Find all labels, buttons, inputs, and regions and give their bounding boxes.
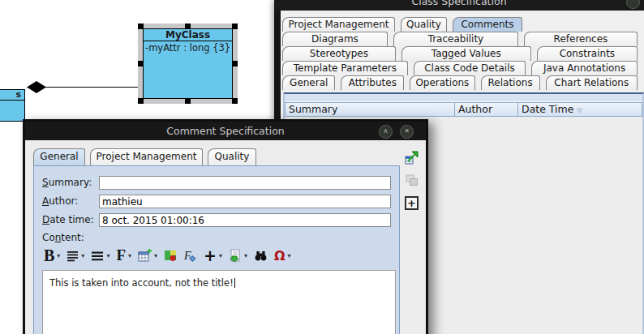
tab-traceability[interactable]: Traceability xyxy=(393,32,518,46)
author-row: Author: xyxy=(34,195,399,208)
table-icon xyxy=(138,249,152,263)
align-icon xyxy=(67,250,79,262)
spec-tab-row-3: Stereotypes Tagged Values Constraints xyxy=(282,46,638,61)
selection-handle[interactable] xyxy=(232,61,238,66)
chevron-down-icon: ▾ xyxy=(106,252,109,259)
uml-class-name: MyClass xyxy=(144,29,232,41)
spec-tab-row-5: General Attributes Operations Relations … xyxy=(282,75,638,90)
shade-button[interactable]: ∧ xyxy=(379,125,393,139)
add-comment-button[interactable]: + xyxy=(405,196,419,210)
column-header-summary[interactable]: Summary xyxy=(285,102,455,117)
column-header-datetime[interactable]: Date Time▼ xyxy=(517,102,642,117)
content-label: Content: xyxy=(42,232,84,243)
comment-spec-titlebar[interactable]: Comment Specification xyxy=(25,122,426,140)
omega-icon: Ω xyxy=(274,249,286,263)
chevron-down-icon: ▾ xyxy=(128,252,131,259)
sort-descending-icon: ▼ xyxy=(577,107,582,114)
tab-tagged-values[interactable]: Tagged Values xyxy=(401,46,531,61)
spec-tab-row-1: Project Management Quality Comments xyxy=(282,17,638,32)
comment-specification-dialog: Comment Specification ∧ ✕ General Projec… xyxy=(23,119,428,334)
tab-comments[interactable]: Comments xyxy=(453,17,522,32)
class-spec-title: Class Specification xyxy=(274,0,644,7)
table-top-margin xyxy=(285,94,642,102)
tab-quality[interactable]: Quality xyxy=(401,17,447,32)
palette-icon xyxy=(164,249,177,262)
tab-attributes[interactable]: Attributes xyxy=(341,75,404,90)
screen: s MyClass -myAttr : long {3} Class Speci… xyxy=(0,0,644,334)
content-row: Content: xyxy=(34,231,399,245)
tab-general[interactable]: General xyxy=(282,75,335,90)
comments-table-header: Summary Author Date Time▼ xyxy=(285,102,642,117)
format-button[interactable]: F xyxy=(183,249,197,263)
datetime-row: Date time: xyxy=(34,213,399,227)
search-button[interactable] xyxy=(254,249,268,262)
datetime-input[interactable] xyxy=(99,213,391,227)
tab-relations[interactable]: Relations xyxy=(481,75,540,90)
column-header-author[interactable]: Author xyxy=(454,102,518,117)
content-textarea[interactable]: This is taken into account, not the titl… xyxy=(42,270,396,334)
dialog-tab-project-management[interactable]: Project Management xyxy=(90,148,203,165)
selection-frame[interactable]: MyClass -myAttr : long {3} xyxy=(138,24,238,104)
summary-input[interactable] xyxy=(99,176,391,190)
selection-handle[interactable] xyxy=(138,98,144,104)
chevron-down-icon: ▾ xyxy=(154,252,157,259)
bold-button[interactable]: B ▾ xyxy=(44,247,60,263)
alignment-button[interactable]: ▾ xyxy=(67,250,84,262)
uml-class-partial[interactable]: s xyxy=(0,89,25,122)
dialog-tab-general[interactable]: General xyxy=(33,148,85,165)
close-button[interactable]: ✕ xyxy=(400,125,414,139)
insert-table-button[interactable]: ▾ xyxy=(138,249,157,263)
export-button[interactable]: ▾ xyxy=(229,249,247,263)
uml-class-partial-name: s xyxy=(0,90,24,101)
tab-class-code-details[interactable]: Class Code Details xyxy=(414,61,526,75)
chevron-down-icon: ▾ xyxy=(244,252,247,259)
uml-class-myclass[interactable]: MyClass -myAttr : long {3} xyxy=(143,28,233,99)
chevron-down-icon: ▾ xyxy=(57,252,60,259)
color-button[interactable] xyxy=(164,249,177,262)
tab-references[interactable]: References xyxy=(524,32,638,46)
selection-handle[interactable] xyxy=(185,24,191,29)
document-icon xyxy=(229,249,242,263)
dialog-tab-quality[interactable]: Quality xyxy=(208,148,256,165)
bold-icon: B xyxy=(44,247,54,263)
general-tab-panel: Summary: Author: Date time: Content: B ▾ xyxy=(33,165,400,334)
font-icon: F xyxy=(116,247,126,263)
list-icon xyxy=(91,250,104,262)
author-input[interactable] xyxy=(99,195,391,208)
selection-handle[interactable] xyxy=(138,24,144,29)
tab-template-parameters[interactable]: Template Parameters xyxy=(282,61,408,75)
uml-class-attribute: -myAttr : long {3} xyxy=(144,41,232,54)
copy-disabled-icon xyxy=(405,173,419,187)
author-label: Author: xyxy=(42,195,78,207)
selection-handle[interactable] xyxy=(185,98,191,104)
chevron-down-icon: ▾ xyxy=(288,252,291,259)
composition-diamond-icon[interactable] xyxy=(27,81,46,93)
tab-project-management[interactable]: Project Management xyxy=(282,17,395,32)
tab-operations[interactable]: Operations xyxy=(410,75,475,90)
special-char-button[interactable]: Ω ▾ xyxy=(274,249,291,263)
font-button[interactable]: F ▾ xyxy=(116,247,131,263)
summary-row: Summary: xyxy=(34,176,399,190)
insert-button[interactable]: + ▾ xyxy=(204,248,222,263)
tab-java-annotations[interactable]: Java Annotations xyxy=(531,61,638,75)
navigate-to-model-icon[interactable] xyxy=(405,151,419,165)
association-line[interactable] xyxy=(45,87,144,88)
dialog-tab-bar: General Project Management Quality xyxy=(33,148,256,165)
chevron-down-icon: ▾ xyxy=(219,252,222,259)
text-caret xyxy=(234,278,235,288)
summary-label: Summary: xyxy=(42,177,92,188)
tab-constraints[interactable]: Constraints xyxy=(537,46,638,61)
plus-icon: + xyxy=(204,248,217,263)
chevron-down-icon: ▾ xyxy=(81,252,84,259)
selection-handle[interactable] xyxy=(232,24,238,29)
tab-stereotypes[interactable]: Stereotypes xyxy=(282,46,396,61)
list-button[interactable]: ▾ xyxy=(91,250,109,262)
binoculars-icon xyxy=(254,249,268,262)
tab-diagrams[interactable]: Diagrams xyxy=(282,32,388,46)
selection-handle[interactable] xyxy=(138,61,144,66)
tab-chart-relations[interactable]: Chart Relations xyxy=(546,75,638,90)
selection-handle[interactable] xyxy=(232,98,238,104)
datetime-label: Date time: xyxy=(42,214,94,225)
content-text: This is taken into account, not the titl… xyxy=(49,277,234,289)
class-spec-titlebar[interactable]: Class Specification xyxy=(274,0,644,11)
